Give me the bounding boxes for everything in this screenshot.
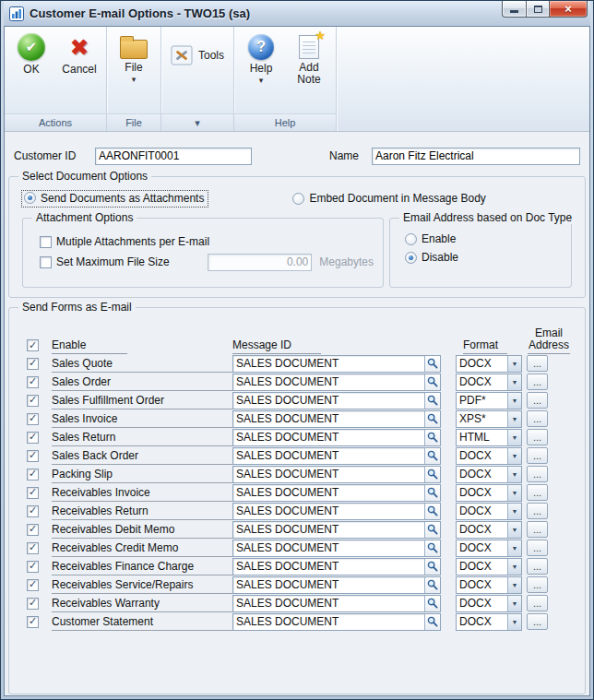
row-enable-checkbox[interactable]: ✓ <box>27 561 39 573</box>
chevron-down-icon[interactable]: ▼ <box>507 504 521 519</box>
message-id-input[interactable]: SALES DOCUMENT <box>232 521 441 539</box>
email-address-button[interactable]: ... <box>527 540 548 556</box>
format-dropdown[interactable]: DOCX ▼ <box>456 540 522 557</box>
lookup-icon[interactable] <box>424 393 440 409</box>
lookup-icon[interactable] <box>424 411 440 427</box>
email-address-button[interactable]: ... <box>527 410 548 427</box>
row-enable-checkbox[interactable]: ✓ <box>27 616 39 628</box>
chevron-down-icon[interactable]: ▼ <box>507 485 521 501</box>
format-dropdown[interactable]: DOCX ▼ <box>456 447 522 465</box>
radio-embed-in-body[interactable]: Embed Document in Message Body <box>292 192 485 205</box>
message-id-input[interactable]: SALES DOCUMENT <box>232 540 441 557</box>
message-id-input[interactable]: SALES DOCUMENT <box>232 410 441 428</box>
email-address-button[interactable]: ... <box>527 374 548 390</box>
help-button[interactable]: ? Help ▾ <box>237 27 285 83</box>
chevron-down-icon[interactable]: ▼ <box>507 577 521 593</box>
row-enable-checkbox[interactable]: ✓ <box>27 469 39 481</box>
message-id-input[interactable]: SALES DOCUMENT <box>232 503 441 520</box>
row-enable-checkbox[interactable]: ✓ <box>27 376 39 388</box>
checkbox-set-max-file-size[interactable]: Set Maximum File Size <box>40 255 176 268</box>
row-enable-checkbox[interactable]: ✓ <box>27 450 39 462</box>
row-enable-checkbox[interactable]: ✓ <box>27 413 39 425</box>
email-address-button[interactable]: ... <box>527 503 548 519</box>
row-enable-checkbox[interactable]: ✓ <box>27 524 39 536</box>
radio-enable[interactable]: Enable <box>405 230 571 248</box>
format-dropdown[interactable]: DOCX ▼ <box>456 503 522 520</box>
chevron-down-icon[interactable]: ▼ <box>507 596 521 611</box>
format-dropdown[interactable]: DOCX ▼ <box>456 374 522 391</box>
format-dropdown[interactable]: DOCX ▼ <box>456 466 522 483</box>
radio-disable[interactable]: Disable <box>405 248 571 267</box>
tools-button[interactable]: Tools <box>164 42 231 65</box>
message-id-input[interactable]: SALES DOCUMENT <box>232 558 441 575</box>
chevron-down-icon[interactable]: ▼ <box>507 356 521 372</box>
message-id-input[interactable]: SALES DOCUMENT <box>232 595 441 612</box>
email-address-button[interactable]: ... <box>527 484 548 501</box>
minimize-button[interactable] <box>502 1 527 18</box>
chevron-down-icon[interactable]: ▼ <box>507 467 521 482</box>
format-dropdown[interactable]: HTML ▼ <box>456 429 522 446</box>
lookup-icon[interactable] <box>424 356 440 372</box>
format-dropdown[interactable]: DOCX ▼ <box>456 613 522 631</box>
chevron-down-icon[interactable]: ▼ <box>507 393 521 409</box>
email-address-button[interactable]: ... <box>527 466 548 482</box>
message-id-input[interactable]: SALES DOCUMENT <box>232 576 441 594</box>
add-note-button[interactable]: ★ Add Note <box>285 27 333 86</box>
format-dropdown[interactable]: XPS* ▼ <box>456 410 522 428</box>
ok-button[interactable]: ✔ OK <box>7 27 55 76</box>
maximize-button[interactable] <box>526 1 550 18</box>
message-id-input[interactable]: SALES DOCUMENT <box>232 355 441 373</box>
chevron-down-icon[interactable]: ▼ <box>507 448 521 464</box>
close-button[interactable]: × <box>549 1 588 18</box>
chevron-down-icon[interactable]: ▼ <box>507 522 521 538</box>
lookup-icon[interactable] <box>424 374 440 390</box>
format-dropdown[interactable]: DOCX ▼ <box>456 484 522 502</box>
chevron-down-icon[interactable]: ▼ <box>507 540 521 556</box>
chevron-down-icon[interactable]: ▼ <box>507 614 521 630</box>
format-dropdown[interactable]: PDF* ▼ <box>456 392 522 409</box>
lookup-icon[interactable] <box>424 467 440 482</box>
lookup-icon[interactable] <box>424 485 440 501</box>
email-address-button[interactable]: ... <box>527 447 548 464</box>
customer-id-input[interactable] <box>95 148 252 165</box>
email-address-button[interactable]: ... <box>527 576 548 593</box>
lookup-icon[interactable] <box>424 522 440 538</box>
lookup-icon[interactable] <box>424 430 440 445</box>
radio-send-as-attachments[interactable]: Send Documents as Attachments <box>22 191 208 207</box>
lookup-icon[interactable] <box>424 596 440 611</box>
email-address-button[interactable]: ... <box>527 521 548 538</box>
format-dropdown[interactable]: DOCX ▼ <box>456 558 522 575</box>
row-enable-checkbox[interactable]: ✓ <box>27 358 39 370</box>
email-address-button[interactable]: ... <box>527 595 548 611</box>
email-address-button[interactable]: ... <box>527 392 548 409</box>
lookup-icon[interactable] <box>424 540 440 556</box>
message-id-input[interactable]: SALES DOCUMENT <box>232 613 441 631</box>
chevron-down-icon[interactable]: ▼ <box>507 411 521 427</box>
select-all-checkbox[interactable]: ✓ <box>27 339 39 351</box>
message-id-input[interactable]: SALES DOCUMENT <box>232 429 441 446</box>
checkbox-multiple-attachments[interactable]: Mutiple Attachments per E-mail <box>40 235 209 248</box>
chevron-down-icon[interactable]: ▼ <box>507 374 521 390</box>
format-dropdown[interactable]: DOCX ▼ <box>456 355 522 373</box>
message-id-input[interactable]: SALES DOCUMENT <box>232 466 441 483</box>
message-id-input[interactable]: SALES DOCUMENT <box>232 484 441 502</box>
format-dropdown[interactable]: DOCX ▼ <box>456 595 522 612</box>
format-dropdown[interactable]: DOCX ▼ <box>456 521 522 539</box>
lookup-icon[interactable] <box>424 577 440 593</box>
row-enable-checkbox[interactable]: ✓ <box>27 598 39 610</box>
row-enable-checkbox[interactable]: ✓ <box>27 579 39 591</box>
format-dropdown[interactable]: DOCX ▼ <box>456 576 522 594</box>
row-enable-checkbox[interactable]: ✓ <box>27 432 39 444</box>
chevron-down-icon[interactable]: ▼ <box>507 430 521 445</box>
email-address-button[interactable]: ... <box>527 613 548 630</box>
file-button[interactable]: File ▾ <box>110 27 158 82</box>
lookup-icon[interactable] <box>424 614 440 630</box>
lookup-icon[interactable] <box>424 559 440 575</box>
email-address-button[interactable]: ... <box>527 429 548 445</box>
message-id-input[interactable]: SALES DOCUMENT <box>232 447 441 465</box>
lookup-icon[interactable] <box>424 504 440 519</box>
name-input[interactable] <box>372 148 580 165</box>
lookup-icon[interactable] <box>424 448 440 464</box>
row-enable-checkbox[interactable]: ✓ <box>27 542 39 554</box>
row-enable-checkbox[interactable]: ✓ <box>27 395 39 407</box>
